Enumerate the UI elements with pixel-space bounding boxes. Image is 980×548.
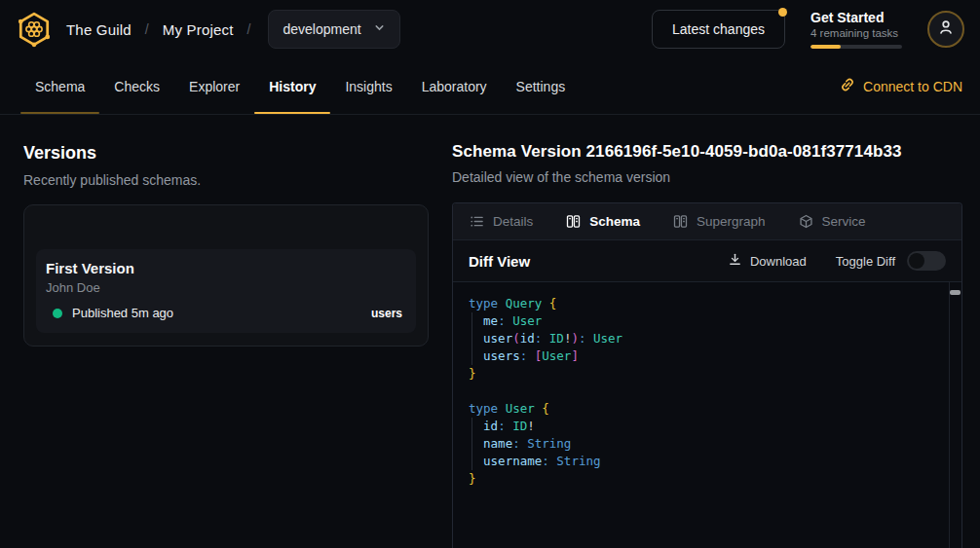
code-line: me: User: [469, 312, 946, 330]
environment-value: development: [283, 21, 360, 37]
code-scrollbar-thumb[interactable]: [950, 290, 961, 295]
detail-tab-details[interactable]: Details: [470, 214, 533, 229]
tab-schema[interactable]: Schema: [20, 58, 99, 114]
versions-title: Versions: [23, 143, 429, 164]
version-author: John Doe: [46, 280, 402, 295]
published-status-dot: [53, 309, 62, 318]
user-avatar[interactable]: [927, 11, 964, 48]
code-line: type User {: [469, 400, 946, 418]
code-line: username: String: [469, 453, 946, 470]
tab-history[interactable]: History: [254, 58, 330, 114]
diff-toolbar: Diff View Download Toggle Diff: [453, 239, 961, 281]
version-name: First Version: [46, 260, 402, 276]
breadcrumb: The Guild / My Project / development: [16, 10, 400, 49]
version-list-item[interactable]: First Version John Doe Published 5m ago …: [36, 249, 416, 333]
indent-guide: [471, 418, 472, 470]
tab-laboratory[interactable]: Laboratory: [407, 58, 502, 114]
code-line: name: String: [469, 435, 946, 453]
header-actions: Latest changes Get Started 4 remaining t…: [652, 10, 964, 49]
tab-insights[interactable]: Insights: [330, 58, 406, 114]
person-icon: [937, 18, 955, 40]
tab-settings[interactable]: Settings: [502, 58, 581, 114]
columns-icon: [566, 214, 581, 229]
schema-sdl-code: type Query { me: User user(id: ID!): Use…: [453, 281, 961, 548]
tab-explorer[interactable]: Explorer: [174, 58, 254, 114]
chevron-down-icon: [373, 21, 386, 37]
top-bar: The Guild / My Project / development Lat…: [0, 0, 980, 58]
schema-version-title: Schema Version 2166196f-5e10-4059-bd0a-0…: [452, 142, 962, 162]
version-status: Published 5m ago: [72, 306, 173, 320]
notification-dot: [778, 8, 787, 17]
code-line: }: [469, 365, 946, 383]
environment-dropdown[interactable]: development: [268, 10, 399, 49]
diff-view-title: Diff View: [469, 253, 530, 270]
get-started-subtitle: 4 remaining tasks: [810, 27, 902, 39]
versions-subtitle: Recently published schemas.: [23, 172, 429, 188]
code-line: user(id: ID!): User: [469, 330, 946, 347]
columns-icon: [673, 214, 688, 229]
diff-actions: Download Toggle Diff: [728, 251, 946, 271]
breadcrumb-separator: /: [145, 21, 149, 37]
list-icon: [470, 214, 484, 229]
latest-changes-button[interactable]: Latest changes: [652, 10, 785, 49]
get-started-progress-fill: [810, 45, 841, 49]
main-content: Versions Recently published schemas. Fir…: [0, 115, 980, 548]
code-scrollbar: [949, 282, 961, 548]
code-line: }: [469, 470, 946, 488]
schema-detail-card: DetailsSchemaSupergraphService Diff View…: [452, 202, 962, 548]
code-line: id: ID!: [469, 418, 946, 435]
get-started-progressbar: [810, 45, 902, 49]
code-line: type Query {: [469, 295, 946, 312]
get-started-widget[interactable]: Get Started 4 remaining tasks: [810, 10, 902, 49]
org-link[interactable]: The Guild: [66, 21, 132, 38]
target-nav: SchemaChecksExplorerHistoryInsightsLabor…: [0, 58, 980, 115]
download-button[interactable]: Download: [728, 252, 807, 270]
project-link[interactable]: My Project: [163, 21, 234, 38]
toggle-diff-label: Toggle Diff: [836, 254, 895, 269]
cube-icon: [799, 214, 813, 229]
connect-to-cdn-label: Connect to CDN: [863, 79, 962, 94]
nav-tabs: SchemaChecksExplorerHistoryInsightsLabor…: [0, 58, 580, 114]
service-badge: users: [371, 307, 402, 320]
toggle-diff-switch[interactable]: [907, 251, 946, 271]
detail-tab-schema[interactable]: Schema: [566, 214, 640, 229]
connect-to-cdn-button[interactable]: Connect to CDN: [840, 58, 962, 114]
hive-logo-icon[interactable]: [16, 11, 53, 48]
version-meta-row: Published 5m ago users: [46, 306, 402, 320]
versions-panel: Versions Recently published schemas. Fir…: [0, 115, 452, 548]
indent-guide: [471, 312, 472, 365]
get-started-title: Get Started: [810, 10, 902, 25]
code-line: [469, 383, 946, 400]
tab-checks[interactable]: Checks: [99, 58, 174, 114]
detail-tabs: DetailsSchemaSupergraphService: [453, 203, 961, 239]
code-line: users: [User]: [469, 347, 946, 365]
switch-knob: [909, 253, 924, 269]
breadcrumb-separator: /: [247, 21, 251, 37]
detail-tab-supergraph[interactable]: Supergraph: [673, 214, 766, 229]
download-icon: [728, 252, 742, 270]
versions-list-card: First Version John Doe Published 5m ago …: [23, 204, 429, 347]
download-label: Download: [750, 254, 807, 269]
link-icon: [840, 77, 855, 95]
detail-tab-service[interactable]: Service: [799, 214, 866, 229]
schema-version-subtitle: Detailed view of the schema version: [452, 169, 962, 185]
schema-version-panel: Schema Version 2166196f-5e10-4059-bd0a-0…: [452, 115, 962, 548]
